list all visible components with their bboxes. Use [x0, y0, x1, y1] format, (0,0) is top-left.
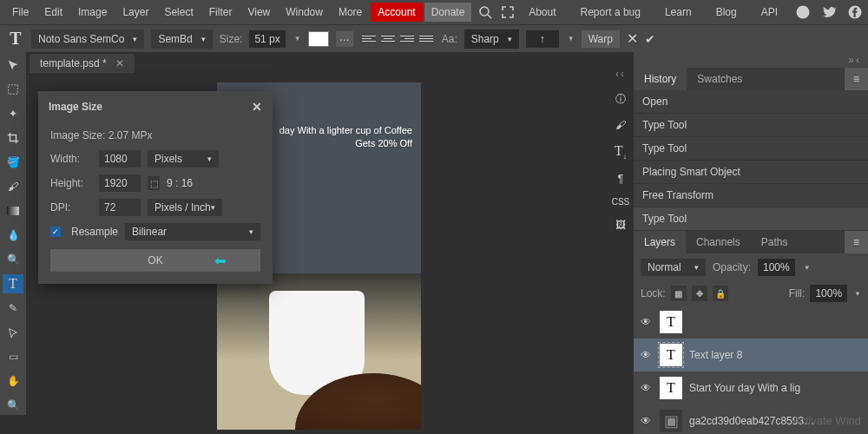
blend-mode-select[interactable]: Normal [641, 259, 706, 276]
tab-channels[interactable]: Channels [686, 231, 751, 253]
font-weight-select[interactable]: SemBd [151, 30, 212, 49]
gradient-tool[interactable] [3, 201, 23, 220]
link-api[interactable]: API [754, 3, 785, 22]
twitter-icon[interactable] [821, 4, 837, 20]
character-panel-icon[interactable]: T↓ [615, 143, 627, 161]
image-panel-icon[interactable]: 🖼 [615, 219, 626, 231]
layer-row[interactable]: 👁TText layer 8 [634, 339, 868, 372]
fill-input[interactable]: 100% [810, 285, 847, 302]
collapse-icon[interactable]: ‹‹ [615, 68, 626, 80]
link-about[interactable]: About [522, 3, 562, 22]
commit-icon[interactable]: ✔ [645, 32, 655, 46]
height-input[interactable]: 1920 [99, 174, 141, 192]
align-right-button[interactable] [398, 31, 416, 47]
lock-px-button[interactable]: ▦ [671, 286, 687, 301]
text-direction-button[interactable]: ↑ [526, 30, 559, 48]
zoom-tool[interactable]: 🔍 [3, 250, 23, 269]
more-options-button[interactable]: … [336, 31, 353, 47]
crop-tool[interactable] [3, 128, 23, 148]
ok-button[interactable]: OK ⬅ [50, 249, 260, 272]
eyedropper-tool[interactable]: ✎ [3, 299, 23, 318]
history-item[interactable]: Type Tool [634, 207, 868, 231]
link-report[interactable]: Report a bug [574, 3, 648, 22]
dialog-close-icon[interactable]: ✕ [252, 100, 262, 114]
width-input[interactable]: 1080 [99, 150, 141, 168]
layers-menu-icon[interactable]: ≡ [845, 231, 868, 253]
aa-select[interactable]: Sharp [464, 30, 519, 49]
move-tool[interactable] [3, 56, 23, 75]
donate-button[interactable]: Donate [424, 3, 472, 22]
link-aspect-icon[interactable]: ⬚ [148, 176, 160, 190]
fullscreen-icon[interactable] [501, 5, 515, 19]
type-tool[interactable]: T [3, 274, 23, 293]
collapse2-icon[interactable]: »‹ [848, 54, 861, 66]
font-size-input[interactable]: 51 px [249, 30, 285, 48]
opacity-dropdown-icon[interactable]: ▼ [804, 264, 811, 272]
brush-tool[interactable]: 🖌 [3, 177, 23, 196]
warp-button[interactable]: Warp [582, 30, 620, 48]
link-learn[interactable]: Learn [658, 3, 699, 22]
history-item[interactable]: Type Tool [634, 114, 868, 137]
css-panel-icon[interactable]: CSS [612, 197, 630, 207]
layer-row[interactable]: 👁TStart Your day With a lig [634, 372, 868, 404]
lock-all-button[interactable]: 🔒 [713, 286, 728, 301]
opacity-input[interactable]: 100% [758, 259, 795, 276]
tab-layers[interactable]: Layers [634, 231, 686, 253]
search-icon[interactable] [478, 5, 492, 19]
resample-checkbox[interactable]: ✓ [50, 227, 61, 237]
menu-file[interactable]: File [5, 3, 36, 22]
menu-image[interactable]: Image [71, 3, 114, 22]
history-menu-icon[interactable]: ≡ [845, 68, 868, 90]
menu-filter[interactable]: Filter [202, 3, 240, 22]
account-button[interactable]: Account [371, 3, 422, 22]
paragraph-panel-icon[interactable]: ¶ [618, 173, 623, 185]
history-item[interactable]: Open [634, 90, 868, 114]
dpi-input[interactable]: 72 [99, 199, 141, 216]
menu-edit[interactable]: Edit [37, 3, 69, 22]
shape-tool[interactable]: ▭ [3, 347, 23, 366]
history-item[interactable]: Placing Smart Object [634, 161, 868, 184]
menu-more[interactable]: More [332, 3, 369, 22]
size-dropdown-icon[interactable]: ▼ [294, 35, 301, 43]
align-left-button[interactable] [360, 31, 378, 47]
tab-close-icon[interactable]: ✕ [115, 57, 124, 69]
fill-tool[interactable]: 🪣 [3, 153, 23, 172]
history-item[interactable]: Free Transform [634, 184, 868, 207]
menu-window[interactable]: Window [279, 3, 330, 22]
visibility-icon[interactable]: 👁 [641, 415, 653, 427]
dir-dropdown-icon[interactable]: ▼ [568, 35, 575, 43]
menu-layer[interactable]: Layer [115, 3, 155, 22]
document-tab[interactable]: template.psd * ✕ [30, 54, 135, 73]
wand-tool[interactable]: ✦ [3, 104, 23, 123]
cancel-icon[interactable]: ✕ [627, 30, 638, 47]
resample-method-select[interactable]: Bilinear [125, 223, 260, 240]
hand-tool[interactable]: ✋ [3, 372, 23, 391]
visibility-icon[interactable]: 👁 [641, 349, 653, 361]
history-item[interactable]: Type Tool [634, 137, 868, 161]
menu-select[interactable]: Select [157, 3, 200, 22]
reddit-icon[interactable] [795, 4, 811, 20]
brush-panel-icon[interactable]: 🖌 [615, 119, 626, 131]
info-panel-icon[interactable]: ⓘ [615, 92, 626, 107]
marquee-tool[interactable] [3, 80, 23, 99]
font-family-select[interactable]: Noto Sans SemCo [31, 30, 144, 49]
zoom2-tool[interactable]: 🔍 [3, 396, 23, 415]
visibility-icon[interactable]: 👁 [641, 382, 653, 394]
tab-history[interactable]: History [634, 68, 687, 90]
align-justify-button[interactable] [418, 31, 435, 47]
menu-view[interactable]: View [240, 3, 277, 22]
layer-row[interactable]: 👁T [634, 306, 868, 339]
width-unit-select[interactable]: Pixels [148, 150, 219, 168]
text-color-swatch[interactable] [308, 31, 329, 47]
facebook-icon[interactable] [847, 4, 863, 20]
lock-pos-button[interactable]: ✥ [692, 286, 707, 301]
align-center-button[interactable] [379, 31, 397, 47]
tab-swatches[interactable]: Swatches [687, 68, 753, 90]
visibility-icon[interactable]: 👁 [641, 316, 653, 328]
dpi-unit-select[interactable]: Pixels / Inch [148, 199, 222, 216]
link-blog[interactable]: Blog [709, 3, 744, 22]
path-tool[interactable] [3, 323, 23, 342]
blur-tool[interactable]: 💧 [3, 226, 23, 245]
tab-paths[interactable]: Paths [751, 231, 799, 253]
fill-dropdown-icon[interactable]: ▼ [854, 290, 861, 298]
